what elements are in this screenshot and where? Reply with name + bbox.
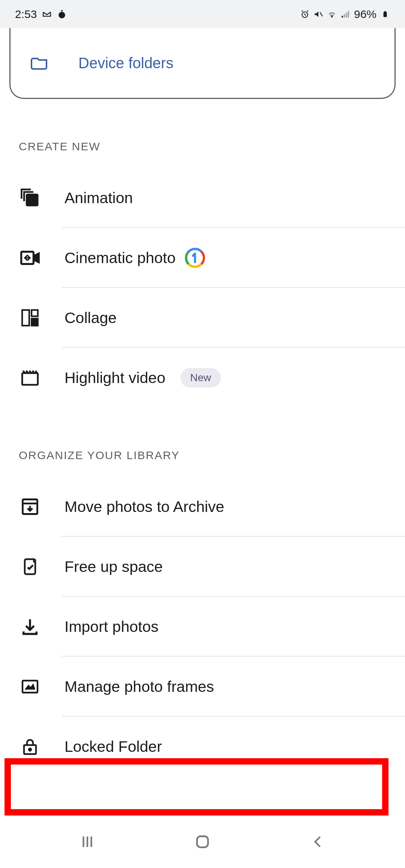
folder-icon	[29, 54, 50, 72]
free-up-space-label: Free up space	[64, 558, 163, 576]
highlight-video-icon	[19, 367, 41, 389]
device-folders-label: Device folders	[78, 55, 173, 72]
animation-label: Animation	[64, 189, 133, 207]
archive-item[interactable]: Move photos to Archive	[0, 477, 405, 537]
battery-icon	[380, 9, 390, 19]
collage-item[interactable]: Collage	[0, 288, 405, 348]
svg-rect-4	[384, 12, 387, 17]
collage-icon	[19, 307, 41, 329]
locked-folder-label: Locked Folder	[64, 738, 162, 756]
svg-rect-24	[197, 836, 208, 847]
manage-frames-item[interactable]: Manage photo frames	[0, 657, 405, 717]
archive-label: Move photos to Archive	[64, 498, 224, 516]
top-card: Device folders	[9, 28, 396, 99]
animation-item[interactable]: Animation	[0, 168, 405, 228]
svg-rect-14	[32, 319, 38, 326]
locked-folder-item[interactable]: Locked Folder	[0, 717, 405, 777]
stopwatch-icon	[57, 9, 67, 19]
new-badge: New	[180, 368, 221, 388]
wifi-icon	[327, 9, 337, 19]
frames-icon	[19, 675, 41, 698]
import-icon	[19, 615, 41, 638]
svg-rect-5	[384, 11, 386, 12]
create-new-header: CREATE NEW	[0, 99, 405, 168]
lock-icon	[19, 735, 41, 758]
cinematic-label: Cinematic photo	[64, 249, 176, 267]
status-bar: 2:53 96%	[0, 0, 405, 28]
home-button[interactable]	[191, 831, 214, 853]
mute-icon	[314, 9, 323, 19]
svg-rect-13	[32, 310, 38, 316]
svg-rect-6	[27, 195, 38, 205]
status-time: 2:53	[15, 8, 37, 21]
gmail-icon	[42, 9, 52, 19]
archive-icon	[19, 495, 41, 518]
svg-point-20	[29, 748, 31, 751]
collage-label: Collage	[64, 309, 117, 327]
signal-icon	[340, 9, 350, 19]
cinematic-icon	[19, 247, 41, 269]
cinematic-photo-item[interactable]: Cinematic photo	[0, 228, 405, 288]
import-photos-item[interactable]: Import photos	[0, 597, 405, 657]
back-button[interactable]	[306, 831, 329, 853]
highlight-video-label: Highlight video	[64, 369, 165, 387]
svg-line-3	[320, 12, 322, 16]
svg-rect-12	[22, 310, 29, 326]
import-label: Import photos	[64, 618, 159, 636]
google-one-icon	[184, 247, 206, 268]
svg-rect-1	[61, 10, 63, 11]
svg-point-0	[59, 12, 65, 18]
recents-button[interactable]	[76, 831, 99, 853]
svg-rect-15	[22, 373, 38, 385]
free-up-space-icon	[19, 555, 41, 578]
device-folders-item[interactable]: Device folders	[10, 43, 394, 83]
frames-label: Manage photo frames	[64, 678, 214, 696]
system-nav-bar	[0, 816, 405, 868]
organize-header: ORGANIZE YOUR LIBRARY	[0, 408, 405, 477]
alarm-icon	[300, 9, 310, 19]
animation-icon	[19, 187, 41, 209]
free-up-space-item[interactable]: Free up space	[0, 537, 405, 597]
highlight-video-item[interactable]: Highlight video New	[0, 348, 405, 408]
status-battery-percent: 96%	[354, 8, 376, 21]
